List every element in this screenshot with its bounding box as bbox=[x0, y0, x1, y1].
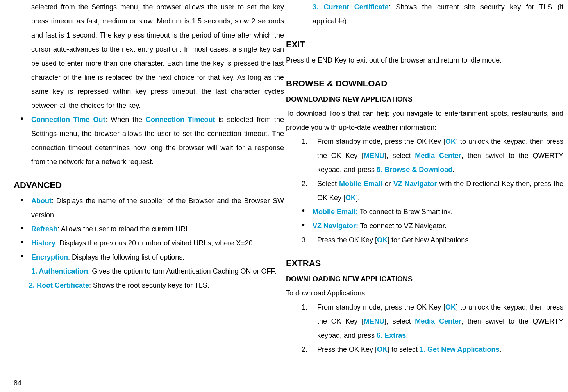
extras-heading: EXTRAS bbox=[286, 255, 563, 272]
browse-heading: BROWSE & DOWNLOAD bbox=[286, 75, 563, 92]
browse-steps: 1. From standby mode, press the OK Key [… bbox=[302, 134, 563, 205]
history-text: : Displays the previous 20 number of vis… bbox=[55, 239, 255, 247]
encryption-sub1: 1. Authentication: Gives the option to t… bbox=[31, 264, 284, 278]
es1-ok1: OK bbox=[445, 303, 456, 311]
mobile-email-bullet: Mobile Email: To connect to Brew Smartli… bbox=[302, 205, 563, 219]
estep-num-1: 1. bbox=[302, 300, 307, 314]
connection-timeout-item: Connection Time Out: When the Connection… bbox=[20, 113, 284, 169]
es2-ok: OK bbox=[377, 345, 388, 353]
exit-heading: EXIT bbox=[286, 36, 563, 53]
bs3-ok: OK bbox=[377, 236, 388, 244]
encryption-sub2: 2. Root Certificate: Shows the root secu… bbox=[29, 278, 284, 292]
refresh-item: Refresh: Allows the user to reload the c… bbox=[20, 222, 284, 236]
bs2-me: Mobile Email bbox=[339, 180, 382, 188]
extras-step-2: 2. Press the OK Key [OK] to select 1. Ge… bbox=[302, 342, 563, 356]
bs1-t5: . bbox=[452, 166, 454, 174]
connection-label: Connection Time Out bbox=[31, 116, 105, 124]
about-label: About bbox=[31, 197, 52, 205]
browse-subheading: DOWNLOADING NEW APPLICATIONS bbox=[286, 92, 563, 106]
estep-num-2: 2. bbox=[302, 342, 307, 356]
bs3-t1: Press the OK Key [ bbox=[317, 236, 377, 244]
extras-step-1: 1. From standby mode, press the OK Key [… bbox=[302, 300, 563, 342]
me-text: To connect to Brew Smartlink. bbox=[358, 208, 453, 216]
es2-t3: . bbox=[499, 345, 501, 353]
step-num-1: 1. bbox=[302, 134, 307, 149]
about-text: : Displays the name of the supplier of t… bbox=[31, 197, 284, 219]
cert3-label: 3. Current Certificate bbox=[313, 3, 389, 11]
es1-t1: From standby mode, press the OK Key [ bbox=[317, 303, 445, 311]
auth-text: : Gives the option to turn Authenticatio… bbox=[88, 267, 276, 275]
es1-mc: Media Center bbox=[415, 317, 461, 325]
browse-step-3: 3. Press the OK Key [OK] for Get New App… bbox=[302, 233, 563, 247]
vz-label: VZ Navigator: bbox=[313, 222, 358, 230]
connection-label2: Connection Timeout bbox=[146, 116, 215, 124]
vz-text: To connect to VZ Navigator. bbox=[358, 222, 447, 230]
browse-bullets: Mobile Email: To connect to Brew Smartli… bbox=[302, 205, 563, 233]
es2-t2: ] to select bbox=[388, 345, 420, 353]
about-item: About: Displays the name of the supplier… bbox=[20, 194, 284, 222]
bs2-t4: ]. bbox=[356, 194, 360, 202]
vz-navigator-bullet: VZ Navigator: To connect to VZ Navigator… bbox=[302, 219, 563, 233]
page-number: 84 bbox=[14, 379, 21, 387]
step-num-3: 3. bbox=[302, 233, 307, 247]
bs1-bd: 5. Browse & Download bbox=[377, 166, 452, 174]
extras-subheading: DOWNLOADING NEW APPLICATIONS bbox=[286, 272, 563, 286]
extras-steps: 1. From standby mode, press the OK Key [… bbox=[302, 300, 563, 356]
browse-intro: To download Tools that can help you navi… bbox=[286, 106, 563, 134]
connection-bullet-list: Connection Time Out: When the Connection… bbox=[20, 113, 284, 169]
bs1-menu: MENU bbox=[364, 152, 384, 159]
bs1-t1: From standby mode, press the OK Key [ bbox=[317, 138, 445, 145]
auth-label: 1. Authentication bbox=[31, 267, 88, 275]
step-num-2: 2. bbox=[302, 177, 307, 191]
left-column: selected from the Settings menu, the bro… bbox=[0, 0, 284, 392]
es1-ex: 6. Extras bbox=[377, 331, 406, 339]
encryption-text: : Displays the following list of options… bbox=[68, 253, 184, 261]
bs1-mc: Media Center bbox=[415, 152, 461, 159]
right-column: 3. Current Certificate: Shows the curren… bbox=[284, 0, 568, 392]
page-container: selected from the Settings menu, the bro… bbox=[0, 0, 568, 392]
refresh-text: : Allows the user to reload the current … bbox=[57, 225, 191, 233]
browse-step-1: 1. From standby mode, press the OK Key [… bbox=[302, 134, 563, 177]
bs1-t3: ], select bbox=[384, 152, 415, 159]
bs2-ok: OK bbox=[345, 194, 356, 202]
es2-t1: Press the OK Key [ bbox=[317, 345, 377, 353]
es1-menu: MENU bbox=[364, 317, 384, 325]
bs1-ok1: OK bbox=[445, 138, 456, 145]
connection-text1: : When the bbox=[105, 116, 146, 124]
encryption-label: Encryption bbox=[31, 253, 68, 261]
extras-intro: To download Applications: bbox=[286, 286, 563, 300]
exit-text: Press the END Key to exit out of the bro… bbox=[286, 53, 563, 67]
es1-t5: . bbox=[406, 331, 408, 339]
browse-steps-cont: 3. Press the OK Key [OK] for Get New App… bbox=[302, 233, 563, 247]
browse-step-2: 2. Select Mobile Email or VZ Navigator w… bbox=[302, 177, 563, 205]
me-label: Mobile Email: bbox=[313, 208, 358, 216]
history-item: History: Displays the previous 20 number… bbox=[20, 236, 284, 250]
history-label: History bbox=[31, 239, 55, 247]
bs2-vz: VZ Navigator bbox=[393, 180, 437, 188]
es1-t3: ], select bbox=[384, 317, 415, 325]
refresh-label: Refresh bbox=[31, 225, 57, 233]
cert3-block: 3. Current Certificate: Shows the curren… bbox=[313, 0, 563, 28]
rootcert-text: : Shows the root security keys for TLS. bbox=[89, 281, 209, 289]
advanced-list: About: Displays the name of the supplier… bbox=[20, 194, 284, 292]
es2-gna: 1. Get New Applications bbox=[420, 345, 499, 353]
bs3-t2: ] for Get New Applications. bbox=[388, 236, 470, 244]
keypress-paragraph: selected from the Settings menu, the bro… bbox=[31, 0, 284, 113]
bs2-t2: or bbox=[382, 180, 393, 188]
bs2-t1: Select bbox=[317, 180, 339, 188]
encryption-item: Encryption: Displays the following list … bbox=[20, 250, 284, 292]
advanced-heading: ADVANCED bbox=[14, 177, 284, 194]
rootcert-label: 2. Root Certificate bbox=[29, 281, 89, 289]
